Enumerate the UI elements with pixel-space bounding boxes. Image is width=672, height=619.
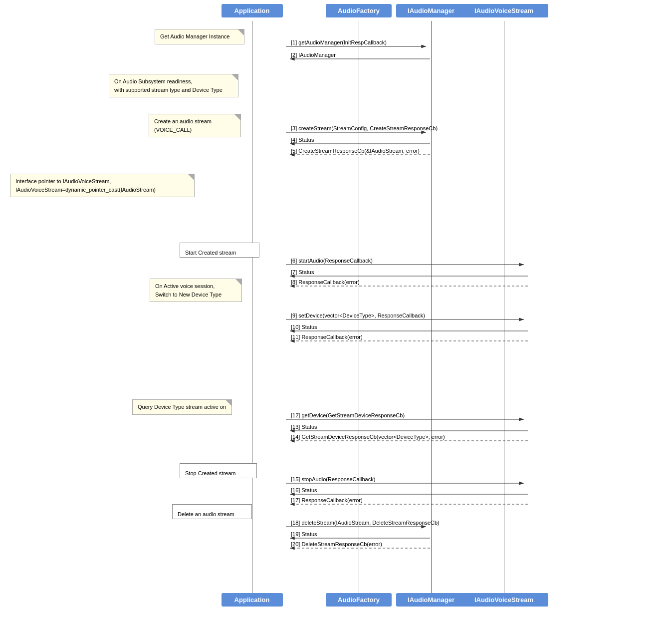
lifeline-bottom-iavs-bot: IAudioVoiceStream: [460, 593, 548, 607]
label-a1: [1] getAudioManager(InitRespCallback): [291, 39, 387, 45]
label-a13: [13] Status: [291, 424, 317, 430]
lifeline-bottom-iam-bot: IAudioManager: [396, 593, 466, 607]
label-a12: [12] getDevice(GetStreamDeviceResponseCb…: [291, 412, 405, 418]
note-get-audio: Get Audio Manager Instance: [155, 29, 244, 44]
lifeline-line-app: [252, 21, 252, 593]
start-stream: Start Created stream: [180, 243, 259, 258]
arrows-layer: [0, 0, 672, 619]
sequence-diagram: ApplicationAudioFactoryIAudioManagerIAud…: [0, 0, 672, 619]
label-a7: [7] Status: [291, 269, 314, 275]
note-create-stream: Create an audio stream (VOICE_CALL): [149, 114, 241, 137]
label-a10: [10] Status: [291, 324, 317, 330]
label-a17: [17] ResponseCallback(error): [291, 497, 363, 503]
label-a14: [14] GetStreamDeviceResponseCb(vector<De…: [291, 434, 445, 440]
lifeline-af: AudioFactory: [326, 4, 392, 17]
note-iface-ptr: Interface pointer to IAudioVoiceStream,I…: [10, 174, 195, 197]
label-a19: [19] Status: [291, 531, 317, 537]
label-a2: [2] IAudioManager: [291, 52, 336, 58]
label-a16: [16] Status: [291, 487, 317, 493]
label-a3: [3] createStream(StreamConfig, CreateStr…: [291, 125, 438, 131]
label-a4: [4] Status: [291, 137, 314, 143]
lifeline-iam: IAudioManager: [396, 4, 466, 17]
label-a8: [8] ResponseCallback(error): [291, 279, 360, 285]
lifeline-line-iavs: [504, 21, 504, 593]
lifeline-iavs: IAudioVoiceStream: [460, 4, 548, 17]
note-subsystem: On Audio Subsystem readiness,with suppor…: [109, 74, 238, 97]
label-a9: [9] setDevice(vector<DeviceType>, Respon…: [291, 312, 425, 318]
label-a5: [5] CreateStreamResponseCb(&IAudioStream…: [291, 148, 420, 154]
label-a15: [15] stopAudio(ResponseCallback): [291, 476, 375, 482]
label-a6: [6] startAudio(ResponseCallback): [291, 258, 373, 264]
lifeline-line-iam: [431, 21, 432, 593]
label-a18: [18] deleteStream(IAudioStream, DeleteSt…: [291, 520, 440, 526]
note-active-voice: On Active voice session,Switch to New De…: [150, 279, 242, 302]
lifeline-bottom-app-bot: Application: [222, 593, 283, 607]
label-a11: [11] ResponseCallback(error): [291, 334, 363, 340]
lifeline-line-af: [359, 21, 359, 593]
lifeline-bottom-af-bot: AudioFactory: [326, 593, 392, 607]
stop-stream: Stop Created stream: [180, 463, 257, 478]
label-a20: [20] DeleteStreamResponseCb(error): [291, 541, 382, 547]
note-query-device: Query Device Type stream active on: [132, 399, 232, 415]
delete-stream: Delete an audio stream: [172, 504, 252, 519]
lifeline-app: Application: [222, 4, 283, 17]
